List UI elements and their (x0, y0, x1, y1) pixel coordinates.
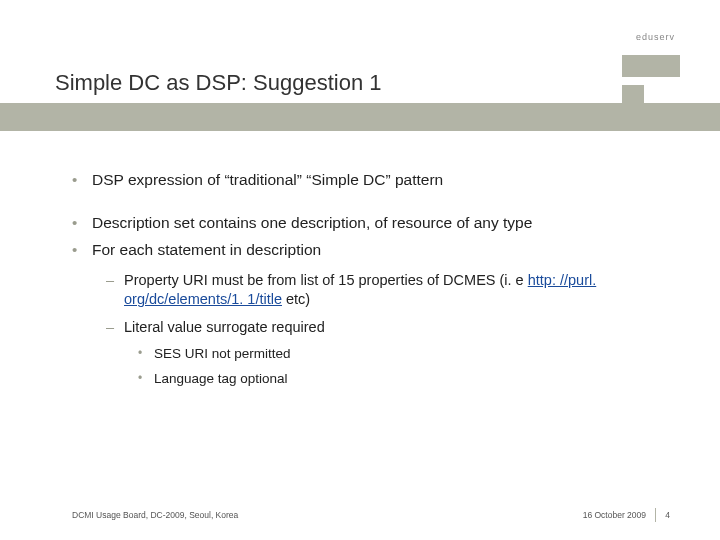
sub-bullet-text: Property URI must be from list of 15 pro… (124, 272, 528, 288)
slide-footer: DCMI Usage Board, DC-2009, Seoul, Korea … (72, 510, 680, 520)
slide: eduserv Simple DC as DSP: Suggestion 1 D… (0, 0, 720, 540)
bullet-text: For each statement in description (92, 241, 321, 258)
footer-page-number: 4 (665, 510, 670, 520)
sub-bullet-item: Literal value surrogate required SES URI… (92, 318, 665, 388)
bullet-text: Description set contains one description… (92, 214, 532, 231)
slide-title: Simple DC as DSP: Suggestion 1 (55, 70, 382, 96)
footer-date: 16 October 2009 (583, 510, 646, 520)
brand-label: eduserv (636, 32, 675, 42)
subsub-bullet-item: Language tag optional (124, 370, 665, 388)
bullet-text: DSP expression of “traditional” “Simple … (92, 171, 443, 188)
sub-bullet-text: Literal value surrogate required (124, 319, 325, 335)
footer-left: DCMI Usage Board, DC-2009, Seoul, Korea (72, 510, 238, 520)
subsub-bullet-text: Language tag optional (154, 371, 288, 386)
bullet-item: Description set contains one description… (72, 213, 665, 234)
title-band (0, 103, 720, 131)
bullet-item: For each statement in description Proper… (72, 240, 665, 388)
subsub-bullet-text: SES URI not permitted (154, 346, 291, 361)
subsub-bullet-item: SES URI not permitted (124, 345, 665, 363)
sub-bullet-item: Property URI must be from list of 15 pro… (92, 271, 665, 310)
slide-body: DSP expression of “traditional” “Simple … (72, 170, 665, 410)
bullet-item: DSP expression of “traditional” “Simple … (72, 170, 665, 191)
footer-separator (655, 508, 656, 522)
sub-bullet-text: etc) (286, 291, 310, 307)
